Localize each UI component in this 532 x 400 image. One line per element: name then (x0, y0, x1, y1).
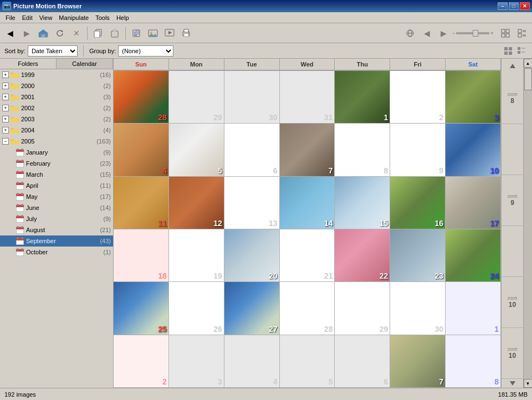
cal-cell-9-sep[interactable]: 9 (390, 124, 446, 176)
cal-cell-1-sep[interactable]: 1 (335, 71, 390, 123)
tab-folders[interactable]: Folders (0, 59, 57, 69)
scroll-track[interactable] (524, 68, 533, 379)
cal-cell-2-sep[interactable]: 2 (390, 71, 446, 123)
menu-manipulate[interactable]: Manipulate (55, 13, 92, 22)
cal-cell-21-sep[interactable]: 21 (280, 229, 335, 281)
cal-cell-23-sep[interactable]: 23 (390, 229, 446, 281)
cal-cell-22-sep[interactable]: 22 (335, 229, 390, 281)
week-cell-3[interactable]: 2005 9 (502, 175, 523, 226)
week-nav-down[interactable] (502, 379, 523, 388)
week-cell-6[interactable]: 2005 10 (502, 328, 523, 379)
group-select[interactable]: (None) (118, 45, 173, 57)
cal-cell-11-sep[interactable]: 11 (114, 177, 169, 229)
cal-cell-30-aug[interactable]: 30 (224, 71, 280, 123)
tree-item-february[interactable]: February (23) (0, 158, 113, 169)
view-icon-button[interactable] (402, 25, 418, 41)
tree-item-january[interactable]: January (9) (0, 147, 113, 158)
view-left-button[interactable]: ◀ (419, 25, 434, 41)
refresh-button[interactable] (52, 25, 68, 41)
menu-file[interactable]: File (2, 13, 19, 22)
menu-view[interactable]: View (36, 13, 56, 22)
edit-button[interactable] (129, 25, 144, 41)
cal-cell-28-aug[interactable]: 28 (114, 71, 169, 123)
cal-cell-3-sep[interactable]: 3 (446, 71, 501, 123)
minimize-button[interactable]: – (498, 2, 508, 10)
cal-cell-13-sep[interactable]: 13 (224, 177, 280, 229)
cal-cell-3-oct[interactable]: 3 (169, 335, 224, 387)
stop-button[interactable]: ✕ (69, 25, 84, 41)
cal-cell-15-sep[interactable]: 15 (335, 177, 390, 229)
week-cell-2[interactable] (502, 124, 523, 175)
cal-cell-10-sep[interactable]: 10 (446, 124, 501, 176)
week-cell-5[interactable]: 2005 10 (502, 277, 523, 328)
cal-cell-5-sep[interactable]: 5 (169, 124, 224, 176)
cal-cell-7-sep[interactable]: 7 (280, 124, 335, 176)
tree-item-april[interactable]: April (11) (0, 180, 113, 191)
tree-item-1999[interactable]: + 1999 (16) (0, 69, 113, 80)
tree-item-2001[interactable]: + 2001 (3) (0, 91, 113, 102)
tree-item-june[interactable]: June (14) (0, 202, 113, 213)
cal-cell-26-sep[interactable]: 26 (169, 282, 224, 334)
expand-2001[interactable]: + (2, 94, 9, 100)
cal-cell-6-sep[interactable]: 6 (224, 124, 280, 176)
slideshow-button[interactable] (162, 25, 177, 41)
view-mode-list[interactable] (515, 45, 528, 57)
calendar-scrollbar[interactable]: ▲ ▼ (523, 59, 532, 388)
menu-tools[interactable]: Tools (92, 13, 113, 22)
expand-2002[interactable]: + (2, 105, 9, 111)
cal-cell-18-sep[interactable]: 18 (114, 229, 169, 281)
week-cell-1[interactable]: 2005 8 (502, 73, 523, 124)
back-button[interactable]: ◀ (2, 25, 18, 41)
tree-item-2005[interactable]: − 2005 (163) (0, 136, 113, 147)
cal-cell-27-sep[interactable]: 27 (224, 282, 280, 334)
cal-cell-29-aug[interactable]: 29 (169, 71, 224, 123)
cal-cell-8-oct[interactable]: 8 (446, 335, 501, 387)
cal-cell-14-sep[interactable]: 14 (280, 177, 335, 229)
expand-2003[interactable]: + (2, 116, 9, 122)
tree-item-2003[interactable]: + 2003 (2) (0, 114, 113, 125)
photo-edit-button[interactable] (145, 25, 161, 41)
cal-cell-29-sep[interactable]: 29 (335, 282, 390, 334)
week-nav-up[interactable] (502, 59, 523, 73)
tree-item-july[interactable]: July (9) (0, 213, 113, 224)
tree-item-march[interactable]: March (15) (0, 169, 113, 180)
expand-2004[interactable]: + (2, 127, 9, 134)
tree-item-2002[interactable]: + 2002 (2) (0, 102, 113, 114)
cal-cell-12-sep[interactable]: 12 (169, 177, 224, 229)
forward-button[interactable]: ▶ (19, 25, 34, 41)
list-view-button[interactable] (514, 25, 530, 41)
sort-select[interactable]: Date Taken (28, 45, 78, 57)
scroll-thumb[interactable] (524, 68, 532, 90)
tab-calendar[interactable]: Calendar (57, 59, 113, 69)
cal-cell-20-sep[interactable]: 20 (224, 229, 280, 281)
tree-item-october[interactable]: October (1) (0, 247, 113, 258)
view-mode-icon[interactable] (502, 45, 514, 57)
cal-cell-6-oct[interactable]: 6 (335, 335, 390, 387)
cal-cell-24-sep[interactable]: 24 (446, 229, 501, 281)
cal-cell-16-sep[interactable]: 16 (390, 177, 446, 229)
cal-cell-28-sep[interactable]: 28 (280, 282, 335, 334)
tree-item-2000[interactable]: + 2000 (2) (0, 80, 113, 91)
expand-2000[interactable]: + (2, 83, 9, 89)
home-button[interactable] (35, 25, 51, 41)
scroll-down-button[interactable]: ▼ (524, 379, 533, 388)
grid-view-button[interactable] (498, 25, 513, 41)
menu-help[interactable]: Help (113, 13, 132, 22)
close-button[interactable]: ✕ (520, 2, 530, 10)
cal-cell-1-oct[interactable]: 1 (446, 282, 501, 334)
tree-item-august[interactable]: August (21) (0, 224, 113, 235)
scroll-up-button[interactable]: ▲ (524, 59, 533, 68)
tree-item-september[interactable]: September (43) (0, 235, 113, 247)
cal-cell-17-sep[interactable]: 17 (446, 177, 501, 229)
cal-cell-25-sep[interactable]: 25 (114, 282, 169, 334)
week-cell-4[interactable] (502, 226, 523, 277)
print-button[interactable] (178, 25, 194, 41)
menu-edit[interactable]: Edit (19, 13, 36, 22)
expand-1999[interactable]: + (2, 71, 9, 78)
tree-item-may[interactable]: May (17) (0, 191, 113, 202)
cal-cell-30-sep[interactable]: 30 (390, 282, 446, 334)
maximize-button[interactable]: □ (509, 2, 519, 10)
cal-cell-19-sep[interactable]: 19 (169, 229, 224, 281)
zoom-slider[interactable]: − + (452, 30, 497, 36)
cal-cell-4-oct[interactable]: 4 (224, 335, 280, 387)
